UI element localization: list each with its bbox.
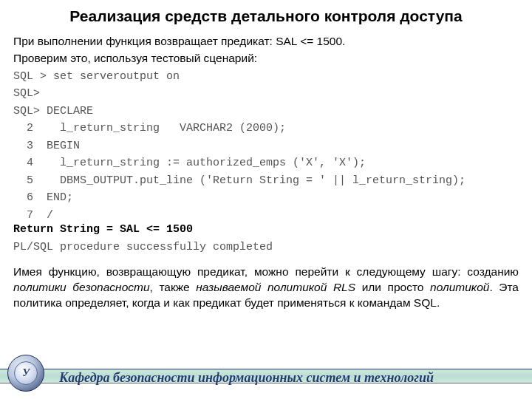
intro-line-1: При выполнении функция возвращает предик… <box>13 34 519 50</box>
paragraph: Имея функцию, возвращающую предикат, мож… <box>13 265 519 311</box>
para-italic: называемой политикой RLS <box>196 281 355 293</box>
code-line: 5 DBMS_OUTPUT.put_line ('Return String =… <box>13 174 519 188</box>
code-line: 4 l_return_string := authorized_emps ('X… <box>13 156 519 171</box>
code-line: SQL > set serveroutput on <box>13 69 519 84</box>
footer: У Кафедра безопасности информационных си… <box>0 361 532 393</box>
result-line: PL/SQL procedure successfully completed <box>13 240 519 255</box>
code-line: SQL> <box>13 86 519 101</box>
code-line: 3 BEGIN <box>13 139 519 154</box>
crest-inner-circle: У <box>14 361 38 385</box>
code-line: SQL> DECLARE <box>13 104 519 119</box>
para-italic: политикой <box>430 281 489 293</box>
university-crest-icon: У <box>7 355 43 390</box>
slide: Реализация средств детального контроля д… <box>0 0 532 399</box>
slide-body: При выполнении функция возвращает предик… <box>0 34 532 311</box>
para-text: , также <box>150 281 197 293</box>
footer-text: Кафедра безопасности информационных сист… <box>59 370 434 386</box>
code-line: 2 l_return_string VARCHAR2 (2000); <box>13 121 519 136</box>
para-italic: политики безопасности <box>13 281 150 293</box>
para-text: или просто <box>355 281 430 293</box>
code-line: 6 END; <box>13 191 519 205</box>
slide-title: Реализация средств детального контроля д… <box>0 0 532 30</box>
code-line: 7 / <box>13 208 519 223</box>
result-line-bold: Return String = SAL <= 1500 <box>13 222 519 237</box>
para-text: Имея функцию, возвращающую предикат, мож… <box>13 265 519 278</box>
intro-line-2: Проверим это, используя тестовый сценари… <box>13 51 519 66</box>
